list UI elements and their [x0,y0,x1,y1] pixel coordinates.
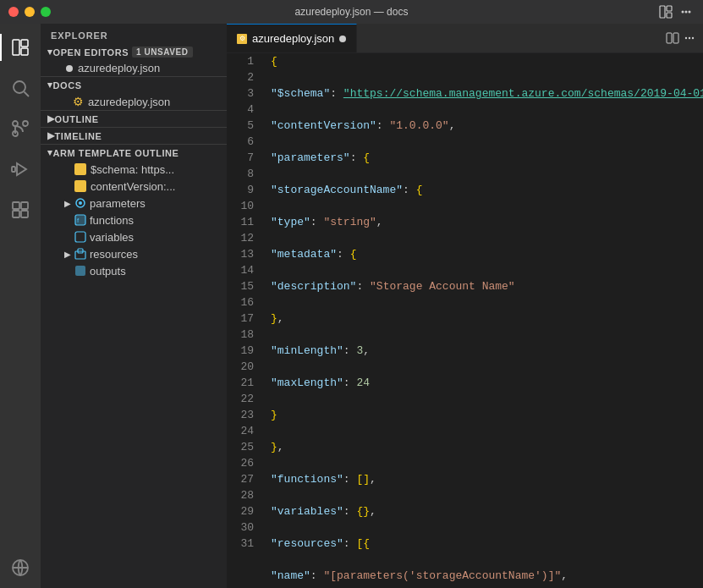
outline-section[interactable]: ▶ Outline [41,111,227,127]
docs-label: Docs [53,80,82,91]
svg-rect-17 [21,202,28,209]
sidebar-header: Explorer [41,24,227,44]
svg-point-3 [682,11,684,14]
arm-item-contentversion[interactable]: contentVersion:... [41,178,227,195]
docs-file-item[interactable]: ⚙ azuredeploy.json [41,93,227,110]
svg-rect-27 [75,251,85,259]
activity-remote[interactable] [0,547,41,588]
tab-filename: azuredeploy.json [252,32,334,45]
more-icon[interactable] [679,5,693,19]
svg-point-22 [79,201,82,205]
tab-modified-indicator [339,36,346,42]
variables-icon [74,231,86,243]
arm-parameters-label: parameters [90,197,146,210]
activity-explorer[interactable] [0,27,41,68]
svg-point-34 [692,37,694,39]
layout-icon[interactable] [659,5,673,19]
svg-rect-26 [75,232,85,242]
svg-point-4 [685,11,688,14]
maximize-button[interactable] [41,7,51,17]
timeline-label: Timeline [55,131,102,141]
activity-bar [0,24,41,588]
window-controls [8,7,51,17]
docs-filename: azuredeploy.json [88,96,170,108]
line-numbers: 12345 678910 1112131415 1617181920 21222… [227,53,262,588]
code-editor[interactable]: 12345 678910 1112131415 1617181920 21222… [227,53,703,588]
tab-icon: ⚙ [237,34,247,44]
svg-rect-2 [667,13,672,18]
titlebar-actions [659,5,693,19]
activity-extensions[interactable] [0,190,41,230]
svg-point-5 [689,11,691,14]
parameters-icon [74,197,86,209]
more-actions-icon[interactable] [683,31,696,45]
arm-variables-label: variables [90,231,134,244]
tab-actions [659,24,703,52]
tab-bar: ⚙ azuredeploy.json [227,24,703,53]
arm-template-section[interactable]: ▾ ARM Template Outline [41,145,227,161]
code-content[interactable]: { "$schema": "https://schema.management.… [262,53,703,588]
arm-template-label: ARM Template Outline [53,148,179,158]
activity-debug[interactable] [0,149,41,190]
outline-label: Outline [55,114,99,124]
svg-rect-7 [21,40,28,47]
timeline-chevron: ▶ [47,130,55,141]
svg-point-32 [685,37,687,39]
close-button[interactable] [8,7,19,17]
svg-point-33 [689,37,690,39]
tab-azuredeploy[interactable]: ⚙ azuredeploy.json [227,24,357,52]
svg-rect-19 [21,211,28,217]
svg-rect-16 [13,202,19,209]
docs-section[interactable]: ▾ Docs [41,77,227,93]
resources-icon [74,248,86,260]
svg-rect-8 [21,48,28,55]
arm-resources-label: resources [90,248,138,261]
open-editors-section[interactable]: ▾ Open Editors 1 Unsaved [41,44,227,60]
schema-icon [74,163,86,175]
arm-item-outputs[interactable]: outputs [41,262,227,279]
activity-search[interactable] [0,68,41,108]
open-editor-file[interactable]: azuredeploy.json [41,60,227,76]
open-editor-filename: azuredeploy.json [78,62,160,74]
arm-item-resources[interactable]: ▶ resources [41,245,227,262]
arm-item-variables[interactable]: variables [41,228,227,245]
svg-point-12 [23,121,28,126]
arm-item-parameters[interactable]: ▶ parameters [41,195,227,212]
svg-rect-29 [75,266,85,276]
svg-rect-31 [673,33,678,43]
timeline-section[interactable]: ▶ Timeline [41,128,227,144]
tab-spacer [357,24,659,52]
window-title: azuredeploy.json — docs [295,6,409,18]
svg-rect-0 [660,6,665,18]
json-file-icon: ⚙ [71,95,85,108]
svg-rect-1 [667,6,672,11]
open-editors-label: Open Editors [53,47,129,58]
svg-rect-30 [667,33,672,43]
svg-point-9 [14,81,25,93]
contentversion-icon [74,180,86,192]
titlebar: azuredeploy.json — docs [0,0,703,24]
unsaved-badge: 1 Unsaved [132,47,192,58]
arm-outputs-label: outputs [90,265,126,278]
activity-source-control[interactable] [0,108,41,149]
svg-marker-14 [17,163,26,175]
split-editor-icon[interactable] [666,31,679,45]
arm-tree: $schema: https... contentVersion:... ▶ p… [41,161,227,588]
svg-rect-15 [12,167,15,172]
sidebar: Explorer ▾ Open Editors 1 Unsaved azured… [41,24,227,588]
arm-functions-label: functions [90,214,134,227]
svg-rect-18 [13,211,19,217]
arm-item-functions[interactable]: f functions [41,212,227,228]
editor-area: ⚙ azuredeploy.json 12345 [227,24,703,588]
svg-rect-6 [13,40,19,55]
arm-item-schema[interactable]: $schema: https... [41,161,227,178]
outline-chevron: ▶ [47,113,55,124]
svg-line-10 [25,92,30,97]
arm-schema-label: $schema: https... [91,163,174,176]
arm-contentversion-label: contentVersion:... [91,180,175,193]
unsaved-dot [66,65,73,72]
outputs-icon [74,265,86,277]
functions-icon: f [74,214,86,226]
minimize-button[interactable] [25,7,35,17]
